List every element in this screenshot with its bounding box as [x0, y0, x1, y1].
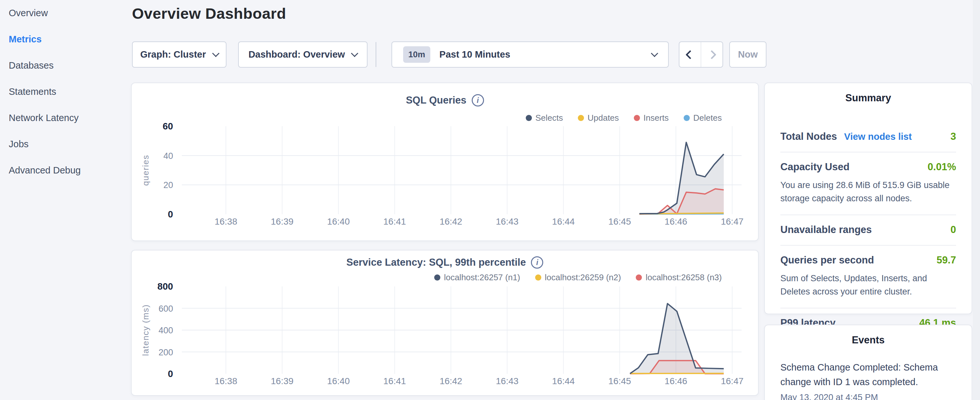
sidebar-item-advanced-debug[interactable]: Advanced Debug: [9, 163, 81, 177]
svg-text:16:41: 16:41: [383, 376, 406, 386]
summary-row-value: 3: [951, 131, 956, 142]
service-latency-plot[interactable]: 020040060080016:3816:3916:4016:4116:4216…: [132, 250, 759, 397]
summary-row-value: 0: [951, 224, 956, 236]
svg-text:queries: queries: [141, 155, 150, 186]
svg-text:200: 200: [159, 347, 173, 357]
svg-text:16:46: 16:46: [665, 217, 687, 226]
chevron-down-icon: [351, 49, 358, 57]
sidebar-item-overview[interactable]: Overview: [9, 6, 48, 20]
chevron-down-icon: [651, 49, 659, 57]
svg-text:16:42: 16:42: [440, 217, 462, 226]
svg-text:16:40: 16:40: [327, 217, 350, 226]
summary-row-label: Unavailable ranges: [780, 224, 872, 236]
svg-text:400: 400: [159, 325, 173, 335]
summary-title: Summary: [780, 92, 956, 104]
svg-text:16:39: 16:39: [271, 376, 293, 386]
dashboard-dropdown[interactable]: Dashboard: Overview: [238, 41, 368, 68]
graph-scope-dropdown[interactable]: Graph: Cluster: [132, 41, 226, 68]
chevron-down-icon: [212, 49, 220, 57]
time-range-dropdown[interactable]: 10m Past 10 Minutes: [391, 41, 669, 68]
svg-text:16:41: 16:41: [383, 217, 406, 226]
summary-row: Total NodesView nodes list3: [780, 122, 956, 153]
event-timestamp: May 13, 2020 at 4:45 PM: [780, 392, 956, 400]
event-text: Schema Change Completed: Schema change w…: [780, 360, 956, 389]
sql-queries-chart-card: SQL Queries i SelectsUpdatesInsertsDelet…: [131, 83, 759, 241]
svg-text:16:38: 16:38: [215, 217, 237, 226]
svg-text:60: 60: [163, 121, 173, 131]
svg-text:600: 600: [159, 304, 173, 314]
svg-text:latency (ms): latency (ms): [141, 304, 150, 356]
chevron-right-icon: [707, 50, 716, 59]
summary-row-label: Capacity Used: [780, 161, 850, 173]
view-nodes-list-link[interactable]: View nodes list: [844, 131, 912, 142]
chevron-left-icon: [686, 50, 695, 59]
svg-text:800: 800: [158, 281, 173, 292]
svg-text:16:44: 16:44: [552, 376, 574, 386]
sidebar-item-metrics[interactable]: Metrics: [9, 32, 42, 46]
summary-row-label: Queries per second: [780, 254, 874, 266]
scrollbar[interactable]: [973, 0, 980, 400]
dashboard-label: Dashboard: Overview: [248, 49, 345, 60]
svg-text:0: 0: [168, 369, 173, 379]
svg-text:16:46: 16:46: [665, 376, 687, 386]
events-panel: Events Schema Change Completed: Schema c…: [764, 325, 972, 400]
sidebar-item-jobs[interactable]: Jobs: [9, 137, 29, 151]
svg-text:16:45: 16:45: [608, 217, 631, 226]
summary-row-value: 0.01%: [928, 161, 956, 173]
graph-scope-label: Graph: Cluster: [140, 49, 206, 60]
sql-queries-plot[interactable]: 020406016:3816:3916:4016:4116:4216:4316:…: [132, 83, 759, 242]
svg-text:16:40: 16:40: [327, 376, 350, 386]
summary-row-value: 59.7: [937, 254, 956, 266]
sidebar-item-databases[interactable]: Databases: [9, 58, 54, 72]
events-title: Events: [780, 334, 956, 346]
sidebar-item-network-latency[interactable]: Network Latency: [9, 111, 79, 125]
svg-text:20: 20: [163, 180, 173, 190]
time-window-nav: [679, 41, 723, 68]
time-range-label: Past 10 Minutes: [439, 49, 510, 60]
svg-text:16:47: 16:47: [721, 376, 743, 386]
summary-row: Unavailable ranges0: [780, 215, 956, 245]
svg-text:16:39: 16:39: [271, 217, 293, 226]
time-range-badge: 10m: [403, 46, 430, 63]
svg-text:16:43: 16:43: [496, 217, 519, 226]
summary-row: Capacity Used0.01%You are using 28.6 MiB…: [780, 153, 956, 215]
svg-text:16:47: 16:47: [721, 217, 743, 226]
now-label: Now: [738, 49, 758, 60]
now-button[interactable]: Now: [729, 41, 767, 68]
sidebar-item-statements[interactable]: Statements: [9, 84, 56, 99]
svg-text:16:38: 16:38: [215, 376, 237, 386]
svg-text:16:44: 16:44: [552, 217, 574, 226]
svg-text:16:45: 16:45: [608, 376, 631, 386]
svg-text:0: 0: [168, 209, 173, 220]
service-latency-chart-card: Service Latency: SQL, 99th percentile i …: [131, 250, 759, 396]
svg-text:16:42: 16:42: [440, 376, 462, 386]
summary-row-description: You are using 28.6 MiB of 515.9 GiB usab…: [780, 178, 956, 205]
sidebar: OverviewMetricsDatabasesStatementsNetwor…: [0, 0, 131, 400]
svg-text:40: 40: [163, 151, 173, 161]
summary-row: Queries per second59.7Sum of Selects, Up…: [780, 245, 956, 308]
time-next-button[interactable]: [701, 42, 722, 67]
page-title: Overview Dashboard: [132, 5, 286, 22]
summary-row-description: Sum of Selects, Updates, Inserts, and De…: [780, 272, 956, 298]
svg-text:16:43: 16:43: [496, 376, 519, 386]
toolbar-divider: [375, 42, 376, 67]
summary-row-label: Total Nodes: [780, 131, 837, 142]
summary-panel: Summary Total NodesView nodes list3Capac…: [764, 83, 972, 314]
event-item: Schema Change Completed: Schema change w…: [780, 360, 956, 400]
time-prev-button[interactable]: [679, 42, 701, 67]
